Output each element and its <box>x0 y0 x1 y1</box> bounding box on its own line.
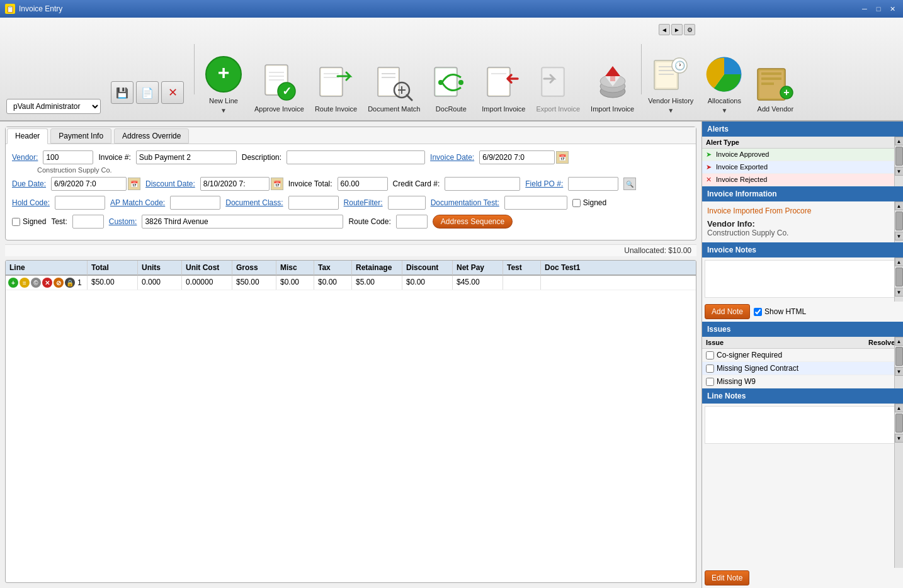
issues-scroll-thumb[interactable] <box>895 347 903 366</box>
maximize-button[interactable]: □ <box>873 3 884 14</box>
vendor-input[interactable] <box>43 150 93 164</box>
vendor-history-button[interactable]: 🕐 Vendor History ▼ <box>643 21 699 116</box>
line-notes-scrollbar[interactable]: ▲ ▼ <box>894 404 903 568</box>
export-invoice-button[interactable]: Export Invoice <box>531 21 586 116</box>
invoice-notes-scroll-thumb[interactable] <box>895 268 903 286</box>
save-button[interactable]: 💾 <box>111 81 133 104</box>
route-filter-input[interactable] <box>388 196 426 210</box>
window-controls[interactable]: ─ □ ✕ <box>859 3 898 14</box>
vendor-label[interactable]: Vendor: <box>12 153 38 162</box>
test-input[interactable] <box>72 215 104 229</box>
description-input[interactable] <box>287 150 425 164</box>
show-html-label[interactable]: Show HTML <box>754 307 806 316</box>
ap-match-code-label[interactable]: AP Match Code: <box>110 198 165 207</box>
signed-checkbox-label[interactable]: Signed <box>572 198 606 207</box>
ap-match-code-input[interactable] <box>170 196 220 210</box>
row-expand-button[interactable]: ≡ <box>20 278 30 288</box>
nav-forward-button[interactable]: ► <box>671 24 683 35</box>
document-button[interactable]: 📄 <box>136 81 159 104</box>
show-html-checkbox[interactable] <box>754 308 762 316</box>
due-date-input[interactable] <box>51 177 127 191</box>
invoice-info-scroll-up[interactable]: ▲ <box>895 201 904 210</box>
nav-back-button[interactable]: ◄ <box>659 24 670 35</box>
user-selector[interactable]: pVault Administrator <box>6 99 101 114</box>
w9-checkbox-label[interactable]: Missing W9 <box>706 377 844 386</box>
signed-contract-checkbox[interactable] <box>706 365 714 373</box>
discount-date-cal-button[interactable]: 📅 <box>271 178 283 190</box>
signed2-checkbox-label[interactable]: Signed <box>12 217 46 226</box>
field-po-input[interactable] <box>568 177 618 191</box>
row-stop-button[interactable]: ⊘ <box>54 278 64 288</box>
invoice-notes-scrollbar[interactable]: ▲ ▼ <box>894 257 903 302</box>
address-sequence-button[interactable]: Address Sequence <box>433 215 513 229</box>
import-invoice-button[interactable]: Import Invoice <box>477 21 531 116</box>
edit-note-button[interactable]: Edit Note <box>705 570 749 585</box>
row-copy-button[interactable]: © <box>31 278 41 288</box>
custom-label[interactable]: Custom: <box>109 217 137 226</box>
issues-scrollbar[interactable]: ▲ ▼ <box>894 337 903 388</box>
alerts-scrollbar[interactable]: ▲ ▼ <box>894 137 903 186</box>
due-date-cal-button[interactable]: 📅 <box>128 178 140 190</box>
discount-date-input[interactable] <box>200 177 270 191</box>
row-add-button[interactable]: + <box>8 278 18 288</box>
document-match-button[interactable]: Document Match <box>363 21 426 116</box>
invoice-date-label[interactable]: Invoice Date: <box>430 153 474 162</box>
invoice-number-input[interactable] <box>136 150 237 164</box>
tab-address-override-item[interactable]: Address Override <box>114 128 189 144</box>
approve-invoice-button[interactable]: ✓ Approve Invoice <box>249 21 310 116</box>
documentation-test-label[interactable]: Documentation Test: <box>431 198 499 207</box>
invoice-notes-scroll-up[interactable]: ▲ <box>895 257 904 266</box>
signed2-checkbox[interactable] <box>12 218 20 226</box>
line-notes-scroll-up[interactable]: ▲ <box>895 404 904 412</box>
due-date-label[interactable]: Due Date: <box>12 179 46 188</box>
cosigner-checkbox[interactable] <box>706 351 714 359</box>
tab-header-item[interactable]: Header <box>7 128 48 144</box>
invoice-date-input[interactable] <box>479 150 555 164</box>
alerts-scroll-down[interactable]: ▼ <box>895 167 904 176</box>
hold-code-input[interactable] <box>55 196 105 210</box>
user-dropdown[interactable]: pVault Administrator <box>6 99 101 114</box>
w9-checkbox[interactable] <box>706 378 714 386</box>
invoice-date-cal-button[interactable]: 📅 <box>556 151 569 164</box>
new-line-button[interactable]: + New Line ▼ <box>198 21 249 116</box>
documentation-test-input[interactable] <box>504 196 567 210</box>
line-notes-scroll-down[interactable]: ▼ <box>895 434 904 443</box>
invoice-info-scrollbar[interactable]: ▲ ▼ <box>894 201 903 242</box>
route-filter-label[interactable]: RouteFilter: <box>344 198 383 207</box>
invoice-notes-scroll-down[interactable]: ▼ <box>895 288 904 297</box>
field-po-label[interactable]: Field PO #: <box>525 179 563 188</box>
invoice-date-wrap: 📅 <box>479 150 569 164</box>
close-button[interactable]: ✕ <box>887 3 898 14</box>
add-note-button[interactable]: Add Note <box>705 304 750 319</box>
add-vendor-button[interactable]: + Add Vendor <box>750 21 801 116</box>
invoice-total-input[interactable] <box>338 177 388 191</box>
document-class-label[interactable]: Document Class: <box>225 198 283 207</box>
docroute-button[interactable]: DocRoute <box>426 21 477 116</box>
document-class-input[interactable] <box>288 196 339 210</box>
issues-scroll-down[interactable]: ▼ <box>895 367 904 376</box>
allocations-button[interactable]: Allocations ▼ <box>699 21 750 116</box>
import-invoice2-button[interactable]: Import Invoice <box>586 21 640 116</box>
row-delete-button[interactable]: ✕ <box>42 278 52 288</box>
settings-button[interactable]: ⚙ <box>684 24 695 35</box>
route-code-input[interactable] <box>396 215 428 229</box>
hold-code-label[interactable]: Hold Code: <box>12 198 50 207</box>
minimize-button[interactable]: ─ <box>859 3 870 14</box>
credit-card-input[interactable] <box>445 177 520 191</box>
field-po-search-button[interactable]: 🔍 <box>623 178 636 190</box>
cosigner-checkbox-label[interactable]: Co-signer Required <box>706 351 844 359</box>
issues-scroll-up[interactable]: ▲ <box>895 337 904 346</box>
signed-checkbox[interactable] <box>572 199 581 207</box>
custom-input[interactable] <box>142 215 343 229</box>
tab-payment-info-item[interactable]: Payment Info <box>50 128 111 144</box>
discount-date-label[interactable]: Discount Date: <box>145 179 195 188</box>
invoice-info-scroll-thumb[interactable] <box>895 212 903 230</box>
signed-contract-checkbox-label[interactable]: Missing Signed Contract <box>706 364 844 373</box>
invoice-info-scroll-down[interactable]: ▼ <box>895 232 904 240</box>
row-lock-button[interactable]: 🔒 <box>65 278 75 288</box>
line-notes-scroll-thumb[interactable] <box>895 414 903 433</box>
alerts-scroll-up[interactable]: ▲ <box>895 137 904 145</box>
route-invoice-button[interactable]: Route Invoice <box>310 21 363 116</box>
alerts-scroll-thumb[interactable] <box>895 147 903 166</box>
delete-button[interactable]: ✕ <box>161 81 184 104</box>
